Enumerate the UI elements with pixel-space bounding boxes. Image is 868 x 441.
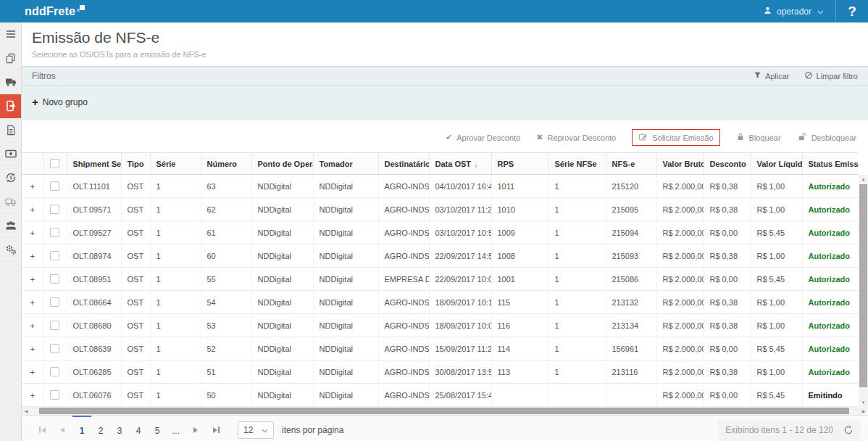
items-per-page-label: itens por página [282, 425, 343, 435]
page-button-1[interactable]: 1 [72, 416, 91, 441]
cell-status: Autorizado [802, 268, 859, 291]
reject-discount-button[interactable]: ✖ Reprovar Desconto [536, 133, 616, 142]
row-expand-button[interactable]: + [22, 384, 43, 407]
page-size-dropdown[interactable]: 12 [238, 421, 274, 439]
row-expand-button[interactable]: + [22, 314, 43, 337]
row-expand-button[interactable]: + [22, 175, 43, 198]
clear-filter-button[interactable]: Limpar filtro [804, 71, 858, 81]
cross-icon: ✖ [536, 133, 543, 142]
column-header-4[interactable]: Série [150, 153, 201, 175]
cell-data_ost: 22/09/2017 14:54 [429, 244, 491, 268]
request-emission-button[interactable]: Solicitar Emissão [632, 129, 719, 146]
column-header-10[interactable]: RPS [491, 153, 548, 175]
row-checkbox[interactable] [50, 251, 59, 260]
page-button-2[interactable]: 2 [91, 416, 110, 441]
column-header-12[interactable]: NFS-e [606, 153, 656, 175]
help-button[interactable]: ? [836, 0, 868, 22]
cell-ponto: NDDigital [251, 360, 313, 384]
row-checkbox[interactable] [50, 321, 59, 330]
row-checkbox[interactable] [50, 228, 59, 237]
cell-desconto: R$ 0,38 [704, 360, 751, 384]
cell-serie: 1 [150, 221, 201, 244]
approve-discount-button[interactable]: ✔ Aprovar Desconto [446, 133, 520, 142]
document-icon [6, 125, 16, 136]
row-checkbox[interactable] [50, 344, 59, 353]
page-button-3[interactable]: 3 [110, 416, 129, 441]
grid-toolbar: ✔ Aprovar Desconto ✖ Reprovar Desconto S… [22, 120, 868, 152]
column-header-7[interactable]: Tomador [313, 153, 378, 175]
more-pages-button[interactable]: ... [167, 416, 185, 441]
row-checkbox[interactable] [50, 297, 59, 307]
row-expand-button[interactable]: + [22, 337, 43, 360]
cell-desconto: R$ 0,00 [704, 221, 751, 244]
column-header-2[interactable]: Shipment Sell [67, 153, 121, 175]
select-all-column-header[interactable] [43, 153, 67, 175]
column-header-16[interactable]: Status Emissão [802, 153, 859, 175]
column-header-3[interactable]: Tipo [121, 153, 150, 175]
next-page-button[interactable] [185, 416, 206, 441]
chevron-down-icon [262, 425, 268, 435]
row-checkbox[interactable] [50, 367, 59, 376]
column-header-5[interactable]: Número [201, 153, 251, 175]
sidebar-item-reports[interactable] [0, 118, 21, 142]
cell-valor_bruto: R$ 2.000,00 [656, 314, 704, 337]
row-expand-button[interactable]: + [22, 221, 43, 244]
row-expand-button[interactable]: + [22, 198, 43, 221]
column-header-9[interactable]: Data OST↓ [429, 153, 491, 175]
column-header-6[interactable]: Ponto de Opera... [251, 153, 313, 175]
sidebar-item-fleet[interactable] [0, 70, 21, 94]
column-header-11[interactable]: Série NFSe [548, 153, 606, 175]
column-header-13[interactable]: Valor Bruto [656, 153, 704, 175]
scroll-up-arrow[interactable]: ▲ [859, 175, 868, 184]
unblock-button[interactable]: Desbloquear [797, 132, 856, 143]
first-page-button[interactable] [32, 416, 52, 441]
new-group-button[interactable]: + Novo grupo [32, 97, 88, 107]
select-all-checkbox[interactable] [50, 159, 59, 168]
row-checkbox[interactable] [50, 181, 59, 191]
cell-destinatario: AGRO-INDS... [378, 337, 429, 360]
row-checkbox[interactable] [50, 205, 59, 214]
sidebar-item-users[interactable] [0, 214, 21, 238]
items-range-label: Exibindo itens 1 - 12 de 120 [725, 425, 833, 435]
sidebar-item-billing[interactable] [0, 142, 21, 166]
refresh-icon[interactable] [843, 425, 854, 435]
sidebar-item-nfse-emission[interactable] [0, 94, 21, 118]
row-expand-button[interactable]: + [22, 244, 43, 268]
scroll-down-arrow[interactable]: ▼ [859, 398, 868, 407]
cell-tipo: OST [121, 175, 150, 198]
vertical-scrollbar[interactable]: ▲ ▼ [859, 175, 868, 407]
cell-shipment_sell: OLT.08639 [67, 337, 121, 360]
previous-page-icon [60, 427, 64, 433]
scroll-left-arrow[interactable]: ◀ [22, 407, 30, 415]
sidebar-item-settings[interactable] [0, 238, 21, 262]
row-expand-button[interactable]: + [22, 268, 43, 291]
row-expand-button[interactable]: + [22, 360, 43, 384]
row-checkbox[interactable] [50, 390, 59, 400]
block-button[interactable]: Bloquear [736, 132, 781, 143]
sidebar-item-menu[interactable] [0, 22, 21, 46]
sidebar-item-financial[interactable]: $ [0, 166, 21, 190]
vertical-scroll-thumb[interactable] [859, 184, 867, 387]
page-button-5[interactable]: 5 [148, 416, 167, 441]
cell-shipment_sell: OLT.08951 [67, 268, 121, 291]
sidebar-item-delivery[interactable] [0, 190, 21, 214]
sidebar-item-documents[interactable] [0, 46, 21, 70]
row-expand-button[interactable]: + [22, 291, 43, 314]
scroll-right-arrow[interactable]: ▶ [859, 407, 868, 415]
last-page-button[interactable] [206, 416, 226, 441]
app-logo[interactable]: nddFrete [25, 5, 85, 18]
apply-filter-button[interactable]: Aplicar [754, 71, 790, 81]
page-button-4[interactable]: 4 [129, 416, 148, 441]
row-select-cell [43, 244, 67, 268]
expand-column-header[interactable] [22, 153, 43, 175]
row-checkbox[interactable] [50, 274, 59, 284]
horizontal-scroll-thumb[interactable] [39, 408, 849, 414]
column-header-15[interactable]: Valor Líquido [751, 153, 802, 175]
horizontal-scrollbar[interactable]: ◀ ▶ [22, 407, 868, 415]
previous-page-button[interactable] [52, 416, 72, 441]
column-header-14[interactable]: Desconto [704, 153, 751, 175]
column-header-8[interactable]: Destinatário [378, 153, 429, 175]
cell-status: Autorizado [802, 244, 859, 268]
user-menu-button[interactable]: operador [751, 0, 835, 22]
cell-valor_bruto: R$ 2.000,00 [656, 337, 704, 360]
